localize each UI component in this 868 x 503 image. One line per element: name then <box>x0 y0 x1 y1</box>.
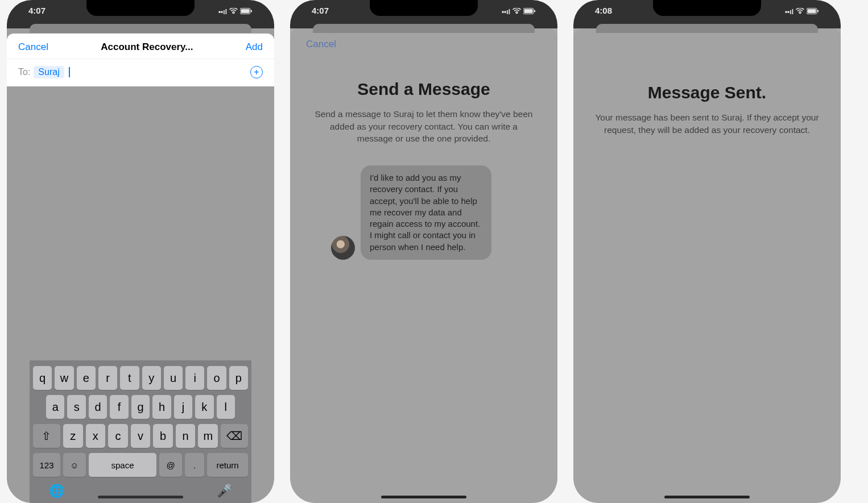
key-t[interactable]: t <box>120 366 139 390</box>
key-row-3: ⇧ z x c v b n m ⌫ <box>33 424 248 448</box>
text-cursor <box>69 67 70 77</box>
svg-rect-7 <box>808 9 816 13</box>
panel-subtitle: Send a message to Suraj to let them know… <box>306 108 542 145</box>
sheet-peek <box>313 24 535 33</box>
key-q[interactable]: q <box>33 366 52 390</box>
svg-rect-5 <box>534 10 535 13</box>
status-icons: ••ıl <box>502 6 536 18</box>
status-time: 4:07 <box>28 6 46 18</box>
key-k[interactable]: k <box>195 395 213 419</box>
wifi-icon <box>512 8 521 16</box>
key-row-1: q w e r t y u i o p <box>33 366 248 390</box>
home-indicator[interactable] <box>381 496 466 498</box>
panel-title: Message Sent. <box>589 83 825 102</box>
home-indicator[interactable] <box>98 496 183 498</box>
to-label: To: <box>18 67 30 77</box>
emoji-key[interactable]: ☺ <box>63 453 86 477</box>
key-u[interactable]: u <box>164 366 183 390</box>
key-i[interactable]: i <box>185 366 204 390</box>
key-c[interactable]: c <box>108 424 128 448</box>
to-field-row[interactable]: To: Suraj + <box>7 59 274 86</box>
notch <box>86 0 195 16</box>
mic-icon[interactable]: 🎤 <box>217 484 232 498</box>
key-x[interactable]: x <box>86 424 106 448</box>
wifi-icon <box>796 8 804 16</box>
contact-chip[interactable]: Suraj <box>34 66 64 78</box>
delete-key[interactable]: ⌫ <box>221 424 248 448</box>
key-d[interactable]: d <box>89 395 107 419</box>
shift-key[interactable]: ⇧ <box>33 424 60 448</box>
battery-icon <box>240 8 253 16</box>
key-v[interactable]: v <box>131 424 151 448</box>
key-g[interactable]: g <box>131 395 150 419</box>
svg-rect-1 <box>241 9 250 13</box>
numbers-key[interactable]: 123 <box>33 453 60 477</box>
sheet-peek <box>596 24 818 33</box>
dot-key[interactable]: . <box>185 453 204 477</box>
panel-title: Send a Message <box>306 80 542 99</box>
key-m[interactable]: m <box>198 424 218 448</box>
message-sent-panel: Message Sent. Your message has been sent… <box>573 28 841 503</box>
panel-subtitle: Your message has been sent to Suraj. If … <box>589 111 825 136</box>
wifi-icon <box>229 8 238 16</box>
cancel-button[interactable]: Cancel <box>18 41 48 53</box>
signal-icon: ••ıl <box>785 8 793 16</box>
key-w[interactable]: w <box>55 366 73 390</box>
home-indicator[interactable] <box>664 496 750 498</box>
key-y[interactable]: y <box>142 366 161 390</box>
globe-icon[interactable]: 🌐 <box>49 484 64 498</box>
sheet-peek <box>30 24 251 33</box>
keyboard: q w e r t y u i o p a s d f g h j k <box>30 360 251 503</box>
message-bubble: I'd like to add you as my recovery conta… <box>361 165 491 260</box>
sheet-nav: Cancel Account Recovery... Add <box>7 34 274 59</box>
status-icons: ••ıl <box>785 6 819 18</box>
key-l[interactable]: l <box>217 395 235 419</box>
signal-icon: ••ıl <box>218 8 227 16</box>
at-key[interactable]: @ <box>159 453 182 477</box>
key-a[interactable]: a <box>46 395 64 419</box>
key-row-2: a s d f g h j k l <box>33 395 248 419</box>
add-button[interactable]: Add <box>246 41 263 53</box>
status-time: 4:08 <box>595 6 612 18</box>
status-time: 4:07 <box>312 6 329 18</box>
screen-1: 4:07 ••ıl Cancel Account Recovery... Add… <box>7 0 274 503</box>
key-f[interactable]: f <box>110 395 128 419</box>
message-preview: I'd like to add you as my recovery conta… <box>306 165 542 260</box>
key-row-4: 123 ☺ space @ . return <box>33 453 248 477</box>
status-icons: ••ıl <box>218 6 253 18</box>
key-r[interactable]: r <box>98 366 117 390</box>
signal-icon: ••ıl <box>502 8 510 16</box>
battery-icon <box>807 8 819 16</box>
return-key[interactable]: return <box>207 453 248 477</box>
notch <box>370 0 478 16</box>
screen-3: 4:08 ••ıl Message Sent. Your message has… <box>573 0 841 503</box>
svg-rect-2 <box>251 10 252 13</box>
key-s[interactable]: s <box>67 395 85 419</box>
screen-2: 4:07 ••ıl Cancel Send a Message Send a m… <box>290 0 557 503</box>
contact-picker-sheet: Cancel Account Recovery... Add To: Suraj… <box>7 34 274 86</box>
key-h[interactable]: h <box>152 395 171 419</box>
key-z[interactable]: z <box>63 424 83 448</box>
sheet-title: Account Recovery... <box>101 41 193 53</box>
battery-icon <box>523 8 536 16</box>
svg-rect-4 <box>524 9 533 13</box>
key-j[interactable]: j <box>174 395 192 419</box>
key-e[interactable]: e <box>77 366 96 390</box>
notch <box>653 0 761 16</box>
contact-avatar <box>331 236 355 260</box>
space-key[interactable]: space <box>89 453 156 477</box>
phone-1: 4:07 ••ıl Cancel Account Recovery... Add… <box>7 0 274 503</box>
add-contact-icon[interactable]: + <box>250 66 263 78</box>
send-message-panel: Cancel Send a Message Send a message to … <box>290 28 557 503</box>
cancel-button[interactable]: Cancel <box>306 39 542 50</box>
key-b[interactable]: b <box>153 424 173 448</box>
key-n[interactable]: n <box>176 424 196 448</box>
key-o[interactable]: o <box>207 366 226 390</box>
phone-2: 4:07 ••ıl Cancel Send a Message Send a m… <box>290 0 557 503</box>
key-p[interactable]: p <box>229 366 248 390</box>
svg-rect-8 <box>817 10 819 13</box>
phone-3: 4:08 ••ıl Message Sent. Your message has… <box>573 0 841 503</box>
